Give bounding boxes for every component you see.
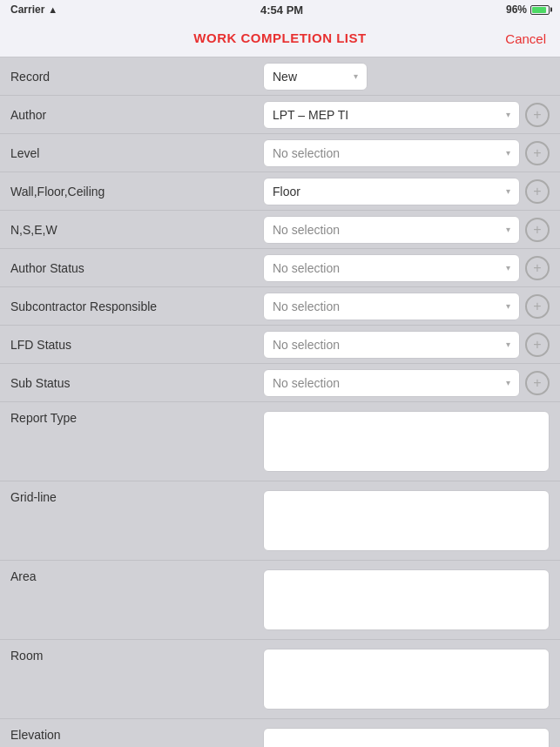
textarea-elevation[interactable] — [263, 728, 550, 747]
chevron-down-icon: ▾ — [506, 340, 510, 349]
select-value-wall-floor-ceiling: Floor — [273, 185, 506, 199]
form-row-record: RecordNew▾ — [0, 57, 560, 96]
select-value-level: No selection — [273, 146, 506, 160]
chevron-down-icon: ▾ — [506, 110, 510, 119]
label-nsew: N,S,E,W — [10, 223, 263, 237]
plus-button-lfd-status[interactable]: + — [525, 333, 550, 357]
select-sub-status[interactable]: No selection▾ — [263, 369, 520, 397]
textarea-report-type[interactable] — [263, 411, 550, 472]
label-level: Level — [10, 146, 263, 160]
select-value-record: New — [273, 70, 348, 84]
select-level[interactable]: No selection▾ — [263, 139, 520, 167]
form-row-room: Room — [0, 640, 560, 719]
select-lfd-status[interactable]: No selection▾ — [263, 331, 520, 359]
nav-bar: WORK COMPLETION LIST Cancel — [0, 19, 560, 57]
battery-percent: 96% — [506, 3, 527, 16]
form-row-subcontractor-responsible: Subcontractor ResponsibleNo selection▾+ — [0, 287, 560, 326]
chevron-down-icon: ▾ — [506, 263, 510, 273]
label-lfd-status: LFD Status — [10, 338, 263, 352]
select-value-lfd-status: No selection — [273, 338, 506, 352]
form-container: RecordNew▾AuthorLPT – MEP TI▾+LevelNo se… — [0, 57, 560, 747]
form-row-level: LevelNo selection▾+ — [0, 134, 560, 172]
chevron-down-icon: ▾ — [506, 148, 510, 158]
plus-button-author[interactable]: + — [525, 103, 550, 127]
chevron-down-icon: ▾ — [506, 225, 510, 234]
textarea-area[interactable] — [263, 569, 550, 630]
select-nsew[interactable]: No selection▾ — [263, 216, 520, 244]
select-subcontractor-responsible[interactable]: No selection▾ — [263, 293, 520, 320]
label-author: Author — [10, 108, 263, 122]
label-area: Area — [10, 569, 263, 583]
form-row-elevation: Elevation — [0, 719, 560, 747]
carrier-label: Carrier — [10, 3, 44, 16]
status-right: 96% — [506, 3, 550, 16]
label-wall-floor-ceiling: Wall,Floor,Ceiling — [10, 185, 263, 199]
chevron-down-icon: ▾ — [354, 71, 358, 81]
status-left: Carrier ▲ — [10, 3, 57, 16]
select-record[interactable]: New▾ — [263, 63, 368, 91]
form-row-sub-status: Sub StatusNo selection▾+ — [0, 364, 560, 402]
plus-button-level[interactable]: + — [525, 141, 550, 165]
cancel-button[interactable]: Cancel — [505, 30, 546, 45]
plus-button-author-status[interactable]: + — [525, 256, 550, 280]
battery-icon — [530, 5, 550, 15]
select-author[interactable]: LPT – MEP TI▾ — [263, 101, 520, 129]
plus-button-nsew[interactable]: + — [525, 218, 550, 242]
textarea-grid-line[interactable] — [263, 490, 550, 551]
select-value-sub-status: No selection — [273, 376, 506, 390]
label-record: Record — [10, 70, 263, 84]
time-display: 4:54 PM — [260, 3, 303, 17]
label-grid-line: Grid-line — [10, 490, 263, 504]
form-row-area: Area — [0, 561, 560, 640]
label-room: Room — [10, 649, 263, 663]
chevron-down-icon: ▾ — [506, 378, 510, 387]
select-value-subcontractor-responsible: No selection — [273, 299, 506, 313]
form-row-grid-line: Grid-line — [0, 481, 560, 561]
label-elevation: Elevation — [10, 728, 263, 742]
chevron-down-icon: ▾ — [506, 301, 510, 311]
battery-fill — [532, 7, 546, 13]
form-row-report-type: Report Type — [0, 402, 560, 481]
select-value-author-status: No selection — [273, 261, 506, 275]
status-bar: Carrier ▲ 4:54 PM 96% — [0, 0, 560, 19]
form-row-author-status: Author StatusNo selection▾+ — [0, 249, 560, 287]
select-author-status[interactable]: No selection▾ — [263, 254, 520, 282]
select-value-nsew: No selection — [273, 223, 506, 237]
textarea-room[interactable] — [263, 649, 550, 710]
label-sub-status: Sub Status — [10, 376, 263, 390]
nav-title: WORK COMPLETION LIST — [193, 30, 366, 45]
form-row-wall-floor-ceiling: Wall,Floor,CeilingFloor▾+ — [0, 172, 560, 211]
plus-button-subcontractor-responsible[interactable]: + — [525, 294, 550, 319]
select-wall-floor-ceiling[interactable]: Floor▾ — [263, 178, 520, 205]
label-author-status: Author Status — [10, 261, 263, 275]
label-report-type: Report Type — [10, 411, 263, 425]
wifi-icon: ▲ — [48, 4, 57, 15]
select-value-author: LPT – MEP TI — [273, 108, 506, 122]
form-row-author: AuthorLPT – MEP TI▾+ — [0, 96, 560, 134]
form-row-lfd-status: LFD StatusNo selection▾+ — [0, 326, 560, 364]
plus-button-sub-status[interactable]: + — [525, 371, 550, 395]
label-subcontractor-responsible: Subcontractor Responsible — [10, 299, 263, 313]
form-row-nsew: N,S,E,WNo selection▾+ — [0, 211, 560, 249]
plus-button-wall-floor-ceiling[interactable]: + — [525, 179, 550, 204]
chevron-down-icon: ▾ — [506, 186, 510, 196]
